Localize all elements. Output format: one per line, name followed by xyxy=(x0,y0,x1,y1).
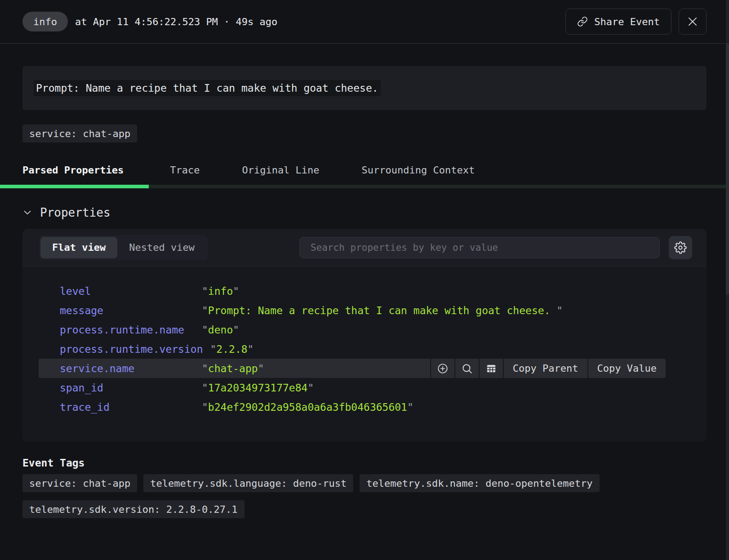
property-row-content: message"Prompt: Name a recipe that I can… xyxy=(39,301,666,320)
properties-search-input[interactable] xyxy=(299,237,660,258)
service-chip[interactable]: service: chat-app xyxy=(22,124,137,142)
property-row-process.runtime.version[interactable]: process.runtime.version"2.2.8" xyxy=(39,339,666,359)
event-tags-title: Event Tags xyxy=(22,457,707,469)
properties-section-header[interactable]: Properties xyxy=(22,205,707,220)
share-event-label: Share Event xyxy=(594,16,660,27)
flat-view-button[interactable]: Flat view xyxy=(40,237,117,258)
scrollbar-track[interactable] xyxy=(726,0,729,560)
property-key: message xyxy=(60,305,195,316)
topbar: info at Apr 11 4:56:22.523 PM · 49s ago … xyxy=(0,0,729,44)
nested-view-button[interactable]: Nested view xyxy=(117,237,206,258)
tab-original-line[interactable]: Original Line xyxy=(221,156,340,188)
copy-parent-button[interactable]: Copy Parent xyxy=(504,359,587,378)
event-timestamp: at Apr 11 4:56:22.523 PM · 49s ago xyxy=(75,16,277,27)
add-to-query-icon xyxy=(437,363,449,374)
event-tag-chip[interactable]: service: chat-app xyxy=(22,474,137,492)
property-key: span_id xyxy=(60,382,195,394)
property-row-content: level"info" xyxy=(39,281,666,301)
property-row-span_id[interactable]: span_id"17a2034973177e84" xyxy=(39,378,666,397)
chevron-down-icon xyxy=(22,208,32,218)
copy-value-button[interactable]: Copy Value xyxy=(588,359,666,378)
property-row-process.runtime.name[interactable]: process.runtime.name"deno" xyxy=(39,320,666,339)
add-to-query-button[interactable] xyxy=(431,359,454,378)
property-value: "b24ef2902d2a958a0a6a3fb046365601" xyxy=(202,401,413,413)
event-tag-chip[interactable]: telemetry.sdk.language: deno-rust xyxy=(143,474,353,492)
search-icon xyxy=(461,363,473,374)
property-key: process.runtime.name xyxy=(60,324,195,336)
properties-list: level"info"message"Prompt: Name a recipe… xyxy=(22,267,707,442)
search-button[interactable] xyxy=(455,359,479,378)
property-row-content: process.runtime.name"deno" xyxy=(39,320,666,339)
scrollbar-thumb[interactable] xyxy=(726,43,729,295)
tab-trace[interactable]: Trace xyxy=(149,156,221,188)
level-badge: info xyxy=(22,12,68,31)
property-row-service.name[interactable]: service.name"chat-app"Copy ParentCopy Va… xyxy=(39,359,666,378)
property-row-message[interactable]: message"Prompt: Name a recipe that I can… xyxy=(39,301,666,320)
properties-card: Flat view Nested view level"info"message… xyxy=(22,229,707,442)
property-row-content: span_id"17a2034973177e84" xyxy=(39,378,666,397)
event-detail-content: Prompt: Name a recipe that I can make wi… xyxy=(0,66,729,518)
property-row-content: service.name"chat-app" xyxy=(39,359,430,378)
event-tag-chip[interactable]: telemetry.sdk.name: deno-opentelemetry xyxy=(360,474,599,492)
message-preview-box: Prompt: Name a recipe that I can make wi… xyxy=(22,66,707,110)
property-key: service.name xyxy=(60,363,195,374)
property-row-content: trace_id"b24ef2902d2a958a0a6a3fb04636560… xyxy=(39,397,666,417)
property-row-content: process.runtime.version"2.2.8" xyxy=(39,339,666,359)
property-value: "17a2034973177e84" xyxy=(202,382,314,394)
property-key: level xyxy=(60,285,195,297)
table-icon xyxy=(485,363,497,374)
message-preview-text: Prompt: Name a recipe that I can make wi… xyxy=(36,82,378,94)
event-detail-panel: info at Apr 11 4:56:22.523 PM · 49s ago … xyxy=(0,0,729,560)
property-row-trace_id[interactable]: trace_id"b24ef2902d2a958a0a6a3fb04636560… xyxy=(39,397,666,417)
share-event-button[interactable]: Share Event xyxy=(565,9,671,35)
properties-toolbar: Flat view Nested view xyxy=(22,229,707,267)
row-actions: Copy ParentCopy Value xyxy=(431,359,666,378)
link-icon xyxy=(577,16,588,27)
close-icon xyxy=(686,15,699,28)
property-value: "info" xyxy=(202,285,239,297)
property-value: "Prompt: Name a recipe that I can make w… xyxy=(202,305,563,316)
properties-settings-button[interactable] xyxy=(669,236,692,259)
properties-title: Properties xyxy=(40,206,111,219)
gear-icon xyxy=(674,241,687,254)
event-tag-chip[interactable]: telemetry.sdk.version: 2.2.8-0.27.1 xyxy=(22,500,244,518)
tab-surrounding-context[interactable]: Surrounding Context xyxy=(341,156,496,188)
topbar-actions: Share Event xyxy=(565,9,707,35)
property-row-level[interactable]: level"info" xyxy=(39,281,666,301)
view-toggle: Flat view Nested view xyxy=(39,235,208,260)
event-tags-list: service: chat-apptelemetry.sdk.language:… xyxy=(22,474,707,518)
property-value: "chat-app" xyxy=(202,363,264,374)
close-button[interactable] xyxy=(679,9,707,35)
property-key: process.runtime.version xyxy=(60,343,203,355)
tab-parsed-properties[interactable]: Parsed Properties xyxy=(0,156,149,188)
property-value: "2.2.8" xyxy=(210,343,254,355)
table-button[interactable] xyxy=(480,359,503,378)
property-value: "deno" xyxy=(202,324,239,336)
property-key: trace_id xyxy=(60,401,195,413)
tab-bar: Parsed PropertiesTraceOriginal LineSurro… xyxy=(0,156,729,188)
